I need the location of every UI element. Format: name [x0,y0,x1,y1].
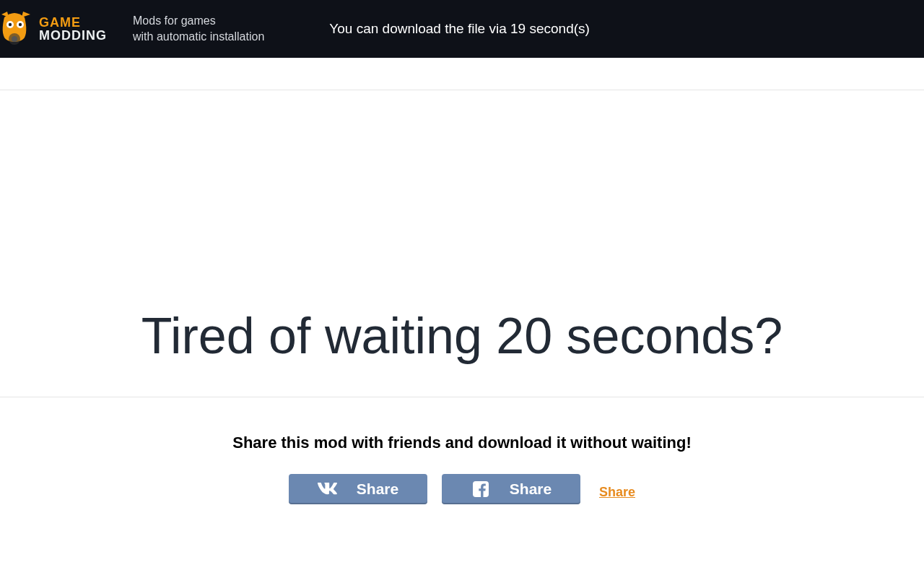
svg-point-3 [19,23,22,26]
fb-share-button[interactable]: Share [442,474,580,504]
vk-icon [318,481,338,497]
logo-text: GAME MODDING [39,16,107,42]
header-bar: GAME MODDING Mods for games with automat… [0,0,924,58]
facebook-icon [471,481,491,497]
mascot-icon [0,10,32,45]
tagline-line1: Mods for games [133,13,264,29]
share-title: Share this mod with friends and download… [0,434,924,452]
vk-share-button[interactable]: Share [289,474,427,504]
divider-top [0,90,924,90]
logo-line2: MODDING [39,29,107,42]
tagline-line2: with automatic installation [133,29,264,45]
tagline: Mods for games with automatic installati… [133,13,264,46]
logo-line1: GAME [39,16,107,29]
fb-share-label: Share [510,480,552,498]
hero-heading: Tired of waiting 20 seconds? [0,307,924,365]
svg-point-5 [12,36,17,42]
svg-point-1 [9,23,12,26]
share-section: Share this mod with friends and download… [0,434,924,504]
share-text-link[interactable]: Share [599,485,635,500]
share-buttons: Share Share Share [0,474,924,504]
main-area: Tired of waiting 20 seconds? [0,307,924,397]
vk-share-label: Share [357,480,398,498]
countdown-text: You can download the file via 19 second(… [329,21,590,37]
logo[interactable]: GAME MODDING [0,13,107,45]
